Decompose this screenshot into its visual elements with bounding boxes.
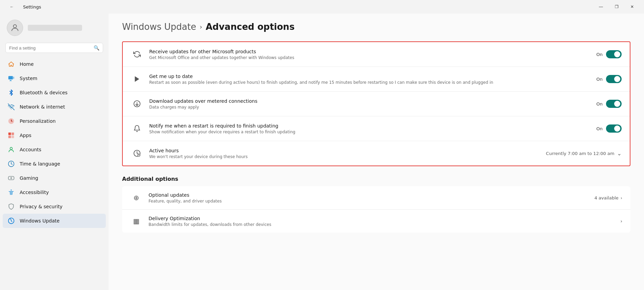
- sidebar-item-label: Time & language: [20, 161, 60, 167]
- toggle-switch[interactable]: [606, 124, 622, 133]
- setting-row-active-hours[interactable]: Active hours We won't restart your devic…: [123, 141, 630, 166]
- setting-icon-notify-restart: [131, 122, 143, 135]
- svg-marker-14: [135, 76, 139, 82]
- setting-icon-download-metered: [131, 98, 143, 110]
- setting-title: Get me up to date: [149, 74, 590, 79]
- personalization-icon: [7, 117, 15, 125]
- toggle-switch[interactable]: [606, 100, 622, 108]
- sidebar-item-label: Personalization: [20, 118, 56, 124]
- bluetooth-icon: [7, 89, 15, 96]
- setting-icon-active-hours: [131, 147, 143, 159]
- setting-title: Notify me when a restart is required to …: [149, 123, 590, 129]
- apps-icon: [7, 132, 15, 139]
- gaming-icon: [7, 174, 15, 182]
- sidebar-item-home[interactable]: Home: [3, 57, 106, 71]
- sidebar-item-label: Gaming: [20, 175, 38, 181]
- sidebar-item-label: Network & internet: [20, 104, 65, 110]
- svg-rect-2: [10, 80, 11, 81]
- svg-point-9: [10, 147, 13, 150]
- network-icon: [7, 103, 15, 111]
- system-icon: [7, 75, 15, 82]
- app-body: 🔍 Home System Bluetooth & devices Networ…: [0, 14, 644, 290]
- sidebar-item-accessibility[interactable]: Accessibility: [3, 185, 106, 199]
- svg-rect-8: [12, 136, 14, 138]
- svg-rect-3: [9, 81, 12, 81]
- minimize-button[interactable]: —: [593, 1, 609, 12]
- chevron-right-icon: ›: [620, 218, 622, 224]
- app-title: Settings: [23, 4, 41, 9]
- toggle-on-label: On: [597, 77, 603, 82]
- user-profile[interactable]: [3, 14, 106, 41]
- option-row-optional-updates[interactable]: ⊕ Optional updates Feature, quality, and…: [122, 186, 630, 210]
- search-box[interactable]: 🔍: [5, 43, 103, 53]
- sidebar-item-time[interactable]: Time & language: [3, 157, 106, 171]
- sidebar-item-label: System: [20, 76, 37, 81]
- sidebar-item-label: Apps: [20, 133, 32, 138]
- setting-title: Active hours: [149, 148, 540, 153]
- sidebar-item-system[interactable]: System: [3, 71, 106, 85]
- toggle-switch[interactable]: [606, 75, 622, 83]
- option-row-delivery-optimization[interactable]: ▦ Delivery Optimization Bandwidth limits…: [122, 210, 630, 233]
- option-icon-delivery-optimization: ▦: [130, 215, 142, 227]
- nav-list: Home System Bluetooth & devices Network …: [3, 57, 106, 228]
- user-name: [28, 25, 82, 31]
- restore-button[interactable]: ❐: [609, 1, 624, 12]
- toggle-control: On: [597, 100, 622, 108]
- search-icon: 🔍: [94, 45, 99, 51]
- setting-desc: Get Microsoft Office and other updates t…: [149, 55, 590, 60]
- main-content: Windows Update › Advanced options Receiv…: [109, 14, 644, 290]
- sidebar-item-gaming[interactable]: Gaming: [3, 171, 106, 185]
- svg-rect-1: [8, 76, 13, 79]
- svg-point-12: [11, 190, 12, 191]
- sidebar-item-label: Accessibility: [20, 190, 49, 195]
- sidebar-item-privacy[interactable]: Privacy & security: [3, 199, 106, 214]
- toggle-switch[interactable]: [606, 50, 622, 58]
- chevron-right-icon: ›: [621, 195, 622, 200]
- home-icon: [7, 60, 15, 68]
- setting-icon-get-me-up-to-date: [131, 73, 143, 85]
- setting-row-download-metered[interactable]: Download updates over metered connection…: [123, 92, 630, 116]
- close-button[interactable]: ✕: [624, 1, 640, 12]
- sidebar-item-accounts[interactable]: Accounts: [3, 142, 106, 157]
- svg-rect-7: [8, 136, 11, 138]
- toggle-control: On: [597, 75, 622, 83]
- update-icon: [7, 217, 15, 225]
- back-button[interactable]: ←: [4, 1, 20, 12]
- sidebar-item-apps[interactable]: Apps: [3, 128, 106, 142]
- sidebar-item-network[interactable]: Network & internet: [3, 100, 106, 114]
- setting-row-notify-restart[interactable]: Notify me when a restart is required to …: [123, 116, 630, 141]
- svg-point-0: [13, 25, 16, 28]
- sidebar-item-update[interactable]: Windows Update: [3, 214, 106, 228]
- accessibility-icon: [7, 189, 15, 196]
- toggle-on-label: On: [597, 126, 603, 131]
- sidebar-item-label: Accounts: [20, 147, 41, 152]
- svg-rect-4: [14, 77, 14, 79]
- avatar: [7, 20, 23, 36]
- search-input[interactable]: [9, 45, 91, 51]
- sidebar-item-bluetooth[interactable]: Bluetooth & devices: [3, 85, 106, 100]
- setting-title: Receive updates for other Microsoft prod…: [149, 49, 590, 54]
- setting-desc: Show notification when your device requi…: [149, 130, 590, 134]
- breadcrumb: Windows Update › Advanced options: [122, 22, 630, 32]
- toggle-control: On: [597, 50, 622, 58]
- dropdown-label: Currently 7:00 am to 12:00 am: [546, 151, 614, 156]
- time-icon: [7, 160, 15, 168]
- setting-desc: Data charges may apply: [149, 105, 590, 110]
- sidebar-item-personalization[interactable]: Personalization: [3, 114, 106, 128]
- titlebar-left: ← Settings: [4, 1, 41, 12]
- breadcrumb-chevron: ›: [200, 23, 202, 31]
- chevron-down-icon: ⌄: [617, 150, 622, 157]
- sidebar-item-label: Privacy & security: [20, 204, 62, 209]
- sidebar-item-label: Bluetooth & devices: [20, 90, 67, 95]
- setting-row-get-me-up-to-date[interactable]: Get me up to date Restart as soon as pos…: [123, 67, 630, 92]
- breadcrumb-parent[interactable]: Windows Update: [122, 22, 196, 32]
- option-title: Optional updates: [149, 192, 588, 198]
- dropdown-control[interactable]: Currently 7:00 am to 12:00 am ⌄: [546, 150, 622, 157]
- window-controls: — ❐ ✕: [593, 1, 640, 12]
- toggle-on-label: On: [597, 101, 603, 107]
- additional-section-title: Additional options: [122, 176, 630, 182]
- accounts-icon: [7, 146, 15, 153]
- svg-rect-5: [8, 133, 11, 135]
- setting-row-receive-updates[interactable]: Receive updates for other Microsoft prod…: [123, 42, 630, 67]
- highlighted-settings-section: Receive updates for other Microsoft prod…: [122, 41, 630, 166]
